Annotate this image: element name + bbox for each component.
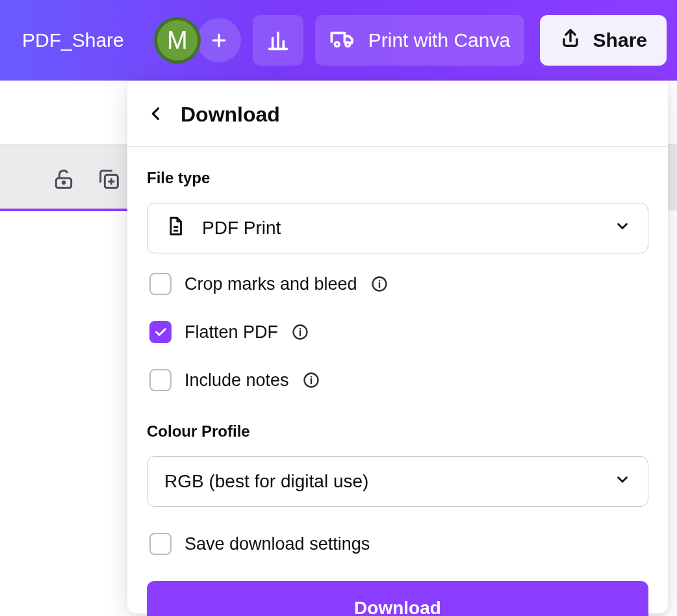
selection-underline [0, 209, 127, 211]
project-title[interactable]: PDF_Share [22, 29, 124, 51]
svg-point-1 [62, 181, 64, 183]
chevron-down-icon [614, 471, 631, 493]
save-settings-label: Save download settings [185, 534, 370, 554]
truck-icon [329, 25, 355, 56]
info-icon[interactable] [302, 371, 320, 389]
chevron-down-icon [614, 218, 631, 239]
include-notes-checkbox[interactable] [149, 369, 172, 391]
file-type-value: PDF Print [202, 218, 281, 238]
crop-marks-option[interactable]: Crop marks and bleed [147, 266, 648, 302]
save-settings-checkbox[interactable] [149, 533, 172, 555]
save-settings-option[interactable]: Save download settings [147, 526, 648, 561]
document-icon [164, 215, 186, 242]
upload-icon [559, 27, 581, 54]
flatten-pdf-label: Flatten PDF [185, 322, 278, 342]
colour-profile-value: RGB (best for digital use) [164, 471, 368, 492]
add-member-button[interactable] [197, 18, 241, 62]
svg-point-10 [310, 376, 311, 378]
info-icon[interactable] [291, 323, 309, 341]
topbar: PDF_Share M Print with Canva Share [0, 0, 677, 81]
colour-profile-select[interactable]: RGB (best for digital use) [147, 456, 648, 507]
crop-marks-checkbox[interactable] [149, 273, 172, 295]
flatten-pdf-checkbox[interactable] [149, 321, 172, 343]
file-type-label: File type [147, 169, 648, 187]
include-notes-label: Include notes [185, 370, 289, 391]
avatar[interactable]: M [154, 17, 201, 64]
lock-icon[interactable] [51, 166, 77, 195]
info-icon[interactable] [370, 275, 389, 293]
colour-profile-label: Colour Profile [147, 422, 648, 441]
share-label: Share [593, 29, 647, 51]
copy-icon[interactable] [96, 166, 122, 195]
svg-point-8 [300, 328, 301, 329]
panel-title: Download [181, 103, 280, 127]
share-button[interactable]: Share [540, 15, 667, 66]
download-panel: Download File type PDF Print Crop marks … [127, 81, 668, 613]
flatten-pdf-option[interactable]: Flatten PDF [147, 314, 648, 350]
crop-marks-label: Crop marks and bleed [185, 274, 357, 294]
insights-button[interactable] [253, 15, 303, 66]
back-button[interactable] [147, 105, 165, 125]
svg-point-6 [378, 280, 379, 281]
svg-point-3 [335, 42, 339, 46]
svg-point-4 [346, 42, 350, 46]
include-notes-option[interactable]: Include notes [147, 363, 648, 398]
print-with-canva-button[interactable]: Print with Canva [315, 15, 524, 66]
print-with-canva-label: Print with Canva [368, 29, 510, 51]
file-type-select[interactable]: PDF Print [147, 203, 648, 253]
download-button[interactable]: Download [147, 581, 648, 616]
